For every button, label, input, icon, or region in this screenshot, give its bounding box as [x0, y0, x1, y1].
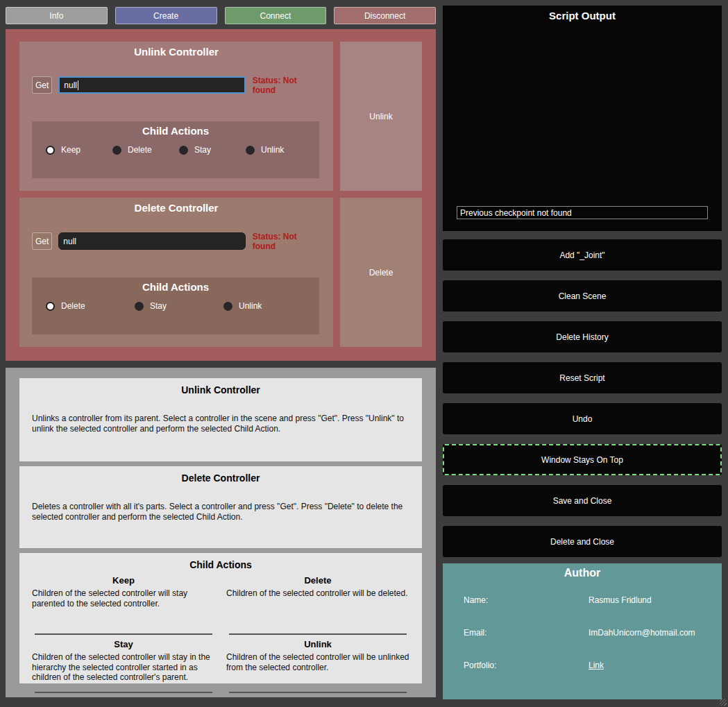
unlink-get-row: Get null Status: Not found: [32, 76, 321, 94]
help-item-desc: Children of the selected controller will…: [226, 588, 409, 599]
radio-dot: [46, 302, 55, 311]
help-item-desc: Children of the selected controller will…: [32, 588, 215, 608]
radio-stay[interactable]: Stay: [135, 301, 223, 311]
help-item-name: Unlink: [226, 639, 409, 649]
tool-window: Info Create Connect Disconnect Unlink Co…: [0, 0, 728, 707]
delete-history-button[interactable]: Delete History: [443, 321, 722, 352]
radio-label: Unlink: [239, 301, 262, 311]
delete-section-title: Delete Controller: [19, 198, 333, 214]
author-portfolio-label: Portfolio:: [464, 661, 496, 670]
help-item-unlink: Unlink Children of the selected controll…: [226, 638, 409, 696]
unlink-section-title: Unlink Controller: [19, 42, 333, 58]
script-output-panel: Script Output Previous checkpoint not fo…: [443, 6, 722, 231]
radio-unlink[interactable]: Unlink: [223, 301, 312, 311]
radio-label: Delete: [61, 301, 85, 311]
delete-child-actions-radios: Delete Stay Unlink: [46, 301, 315, 311]
author-email-label: Email:: [464, 628, 486, 638]
window-stays-on-top-toggle[interactable]: Window Stays On Top: [443, 444, 722, 475]
controller-panel: Unlink Controller Get null Status: Not f…: [6, 29, 436, 361]
separator: [35, 692, 212, 693]
unlink-get-button[interactable]: Get: [32, 76, 52, 94]
disconnect-button[interactable]: Disconnect: [334, 7, 436, 24]
radio-label: Stay: [194, 145, 211, 155]
delete-controller-section: Delete Controller Get null Status: Not f…: [19, 198, 333, 347]
separator: [229, 692, 407, 693]
help-item-name: Delete: [226, 575, 409, 586]
help-item-name: Keep: [32, 575, 215, 586]
delete-controller-name-input[interactable]: null: [58, 232, 245, 250]
delete-child-actions-title: Child Actions: [32, 278, 319, 293]
unlink-status-label: Status: Not found: [253, 76, 321, 95]
author-title: Author: [443, 563, 722, 579]
info-button[interactable]: Info: [6, 7, 108, 24]
top-toolbar: Info Create Connect Disconnect: [6, 7, 436, 24]
connect-button[interactable]: Connect: [225, 7, 327, 24]
unlink-help-text: Unlinks a controller from its parent. Se…: [32, 414, 409, 434]
help-item-desc: Children of the selected controller will…: [32, 652, 215, 683]
help-item-delete: Delete Children of the selected controll…: [226, 574, 409, 638]
radio-dot: [179, 146, 188, 155]
radio-dot: [223, 302, 232, 311]
author-panel: Author Name: Rasmus Fridlund Email: ImDa…: [443, 563, 722, 699]
unlink-input-value: null: [64, 80, 77, 90]
unlink-child-actions-radios: Keep Delete Stay Unlink: [46, 145, 315, 155]
author-portfolio-row: Portfolio: Link: [464, 661, 713, 670]
delete-get-button[interactable]: Get: [32, 232, 52, 250]
delete-and-close-button[interactable]: Delete and Close: [443, 526, 722, 557]
radio-unlink[interactable]: Unlink: [246, 145, 312, 155]
reset-script-button[interactable]: Reset Script: [443, 362, 722, 393]
help-item-name: Stay: [32, 639, 215, 649]
add-joint-button[interactable]: Add "_Joint": [443, 239, 722, 271]
radio-dot: [135, 302, 144, 311]
radio-label: Keep: [61, 145, 81, 155]
help-item-stay: Stay Children of the selected controller…: [32, 638, 215, 696]
author-email-value: ImDahUnicorn@hotmail.com: [589, 628, 695, 638]
child-actions-help-title: Child Actions: [19, 553, 422, 570]
unlink-help-title: Unlink Controller: [19, 378, 422, 395]
delete-help-text: Deletes a controller with all it's parts…: [32, 502, 409, 522]
script-output-message-field[interactable]: Previous checkpoint not found: [457, 206, 708, 219]
author-name-value: Rasmus Fridlund: [589, 595, 652, 605]
unlink-child-actions-title: Child Actions: [32, 121, 319, 137]
script-output-title: Script Output: [443, 6, 722, 22]
separator: [35, 633, 212, 635]
radio-delete[interactable]: Delete: [112, 145, 179, 155]
author-email-row: Email: ImDahUnicorn@hotmail.com: [464, 628, 713, 638]
help-item-keep: Keep Children of the selected controller…: [32, 574, 215, 638]
radio-delete[interactable]: Delete: [46, 301, 135, 311]
radio-dot: [246, 146, 255, 155]
radio-label: Delete: [128, 145, 152, 155]
delete-help-title: Delete Controller: [19, 466, 422, 484]
child-actions-help-box: Child Actions Keep Children of the selec…: [19, 553, 422, 683]
radio-dot: [46, 146, 55, 155]
undo-button[interactable]: Undo: [443, 403, 722, 434]
text-caret: [78, 80, 78, 90]
child-actions-help-grid: Keep Children of the selected controller…: [19, 574, 422, 696]
help-item-desc: Children of the selected controller will…: [226, 652, 409, 672]
unlink-child-actions-box: Child Actions Keep Delete Stay: [32, 121, 319, 178]
radio-keep[interactable]: Keep: [46, 145, 112, 155]
radio-dot: [112, 146, 121, 155]
create-button[interactable]: Create: [115, 7, 217, 24]
delete-help-box: Delete Controller Deletes a controller w…: [19, 466, 422, 548]
unlink-action-button[interactable]: Unlink: [340, 42, 422, 191]
unlink-controller-section: Unlink Controller Get null Status: Not f…: [19, 42, 333, 191]
delete-input-value: null: [63, 237, 76, 246]
radio-label: Stay: [150, 301, 167, 311]
save-and-close-button[interactable]: Save and Close: [443, 485, 722, 516]
clean-scene-button[interactable]: Clean Scene: [443, 280, 722, 312]
delete-get-row: Get null Status: Not found: [32, 232, 321, 250]
author-name-row: Name: Rasmus Fridlund: [464, 595, 713, 605]
portfolio-link[interactable]: Link: [589, 661, 604, 670]
radio-label: Unlink: [261, 145, 284, 155]
radio-stay[interactable]: Stay: [179, 145, 246, 155]
delete-action-button[interactable]: Delete: [340, 198, 422, 347]
resize-grip[interactable]: [720, 699, 727, 706]
unlink-help-box: Unlink Controller Unlinks a controller f…: [19, 378, 422, 461]
author-name-label: Name:: [464, 595, 488, 605]
delete-status-label: Status: Not found: [253, 232, 321, 251]
separator: [229, 633, 407, 635]
unlink-controller-name-input[interactable]: null: [58, 76, 245, 94]
delete-child-actions-box: Child Actions Delete Stay Unlink: [32, 278, 319, 334]
help-panel: Unlink Controller Unlinks a controller f…: [6, 368, 436, 697]
